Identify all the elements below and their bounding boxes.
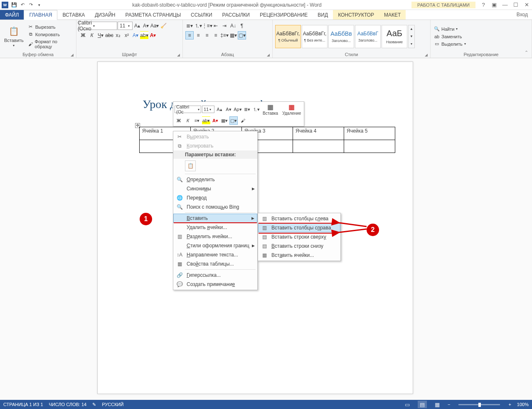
tab-constructor[interactable]: КОНСТРУКТОР [333, 10, 379, 20]
mini-shading-icon[interactable]: ▦▾ [220, 116, 229, 125]
mini-fontcolor-icon[interactable]: A▾ [211, 116, 219, 125]
mini-bold-icon[interactable]: Ж [175, 116, 183, 125]
tab-design[interactable]: ДИЗАЙН [90, 10, 120, 20]
zoom-out-icon[interactable]: − [448, 402, 450, 407]
sub-cols-right[interactable]: ▥Вставить столбцы справа [258, 223, 340, 232]
align-center-icon[interactable]: ≡ [194, 31, 202, 39]
align-left-icon[interactable]: ≡ [185, 31, 194, 39]
show-marks-icon[interactable]: ¶ [238, 22, 246, 30]
sub-rows-above[interactable]: ▤Вставить строки сверху [258, 232, 340, 241]
style-heading2[interactable]: АаБбВвГЗаголово... [355, 25, 381, 48]
cut-button[interactable]: ✂Вырезать [27, 24, 74, 30]
style-down-icon[interactable]: ▼ [409, 33, 414, 40]
clear-format-icon[interactable]: 🧹 [159, 22, 167, 30]
paste-button[interactable]: 📋 Вставить ▾ [2, 25, 25, 48]
undo-icon[interactable]: ↶ [19, 2, 26, 8]
ctx-define[interactable]: 🔍Определить [173, 175, 257, 184]
subscript-icon[interactable]: x₂ [114, 31, 122, 39]
select-button[interactable]: ▭Выделить ▾ [433, 41, 467, 47]
multilevel-icon[interactable]: ⋮≡▾ [203, 22, 211, 30]
ctx-synonyms[interactable]: Синонимы▶ [173, 184, 257, 193]
ribbon-options-icon[interactable]: ▣ [490, 1, 498, 9]
ctx-border-styles[interactable]: Стили оформления границ▶ [173, 241, 257, 250]
underline-icon[interactable]: Ч▾ [96, 31, 105, 39]
mini-font-combo[interactable]: Calibri (Ос▾ [175, 106, 201, 113]
status-words[interactable]: ЧИСЛО СЛОВ: 14 [49, 402, 87, 407]
mini-borders-icon[interactable]: ▢▾ [229, 116, 238, 125]
status-proofing-icon[interactable]: ✎ [92, 402, 96, 407]
sub-cells[interactable]: ▦Вставить ячейки... [258, 251, 340, 260]
maximize-icon[interactable]: ☐ [512, 1, 520, 9]
mini-bullets-icon[interactable]: ≣▾ [243, 105, 251, 113]
mini-size-combo[interactable]: 11▾ [202, 106, 214, 113]
sub-rows-below[interactable]: ▤Вставить строки снизу [258, 241, 340, 251]
mini-shrink-icon[interactable]: A▾ [224, 105, 233, 113]
superscript-icon[interactable]: x² [123, 31, 131, 39]
tab-insert[interactable]: ВСТАВКА [57, 10, 90, 20]
sub-cols-left[interactable]: ▥Вставить столбцы слева [258, 214, 340, 223]
ctx-text-direction[interactable]: ↕AНаправление текста... [173, 250, 257, 259]
paste-keep-source-icon[interactable]: 📋 [185, 160, 196, 171]
format-painter-button[interactable]: 🖌Формат по образцу [27, 39, 74, 49]
table-cell[interactable]: Ячейка 5 [344, 127, 395, 140]
view-read-icon[interactable]: ▭ [403, 401, 412, 408]
minimize-icon[interactable]: ― [501, 1, 509, 9]
style-no-spacing[interactable]: АаБбВвГг,¶ Без инте... [302, 25, 328, 48]
font-size-combo[interactable]: 11▾ [118, 22, 133, 30]
status-page[interactable]: СТРАНИЦА 1 ИЗ 1 [3, 402, 43, 407]
find-button[interactable]: 🔍Найти ▾ [433, 26, 467, 32]
mini-numbering-icon[interactable]: ⒈▾ [252, 105, 260, 113]
sort-icon[interactable]: A↓ [229, 22, 237, 30]
launcher-icon[interactable]: ◢ [425, 53, 428, 57]
mini-italic-icon[interactable]: К [184, 116, 192, 125]
borders-icon[interactable]: ▢▾ [238, 31, 246, 39]
tab-page-layout[interactable]: РАЗМЕТКА СТРАНИЦЫ [121, 10, 186, 20]
save-icon[interactable]: 💾 [11, 2, 17, 8]
replace-button[interactable]: abЗаменить [433, 33, 467, 40]
ctx-bing[interactable]: 🔍Поиск с помощью Bing [173, 202, 257, 212]
mini-delete-button[interactable]: ▦Удаление [281, 103, 303, 116]
launcher-icon[interactable]: ◢ [71, 53, 74, 57]
view-print-icon[interactable]: ▤ [418, 401, 427, 408]
close-icon[interactable]: ✕ [523, 1, 530, 9]
table-cell[interactable] [293, 140, 344, 153]
qat-menu-icon[interactable]: ▾ [36, 2, 42, 8]
table-cell[interactable] [344, 140, 395, 153]
mini-grow-icon[interactable]: A▴ [215, 105, 224, 113]
style-normal[interactable]: АаБбВвГг,¶ Обычный [275, 25, 301, 48]
style-heading1[interactable]: АаБбВвЗаголово... [328, 25, 354, 48]
justify-icon[interactable]: ≡ [212, 31, 220, 39]
mini-painter-icon[interactable]: 🖌 [239, 116, 247, 125]
launcher-icon[interactable]: ◢ [177, 53, 180, 57]
redo-icon[interactable]: ↷ [27, 2, 34, 8]
font-color-icon[interactable]: A▾ [149, 31, 157, 39]
line-spacing-icon[interactable]: ‡≡▾ [220, 31, 229, 39]
mini-insert-button[interactable]: ▦Вставка [261, 103, 280, 116]
mini-highlight-icon[interactable]: ab▾ [202, 116, 210, 125]
decrease-indent-icon[interactable]: ⇤ [212, 22, 220, 30]
tab-home[interactable]: ГЛАВНАЯ [24, 10, 57, 20]
numbering-icon[interactable]: ⒈▾ [194, 22, 202, 30]
styles-gallery[interactable]: АаБбВвГг,¶ Обычный АаБбВвГг,¶ Без инте..… [275, 25, 415, 48]
ctx-split-cells[interactable]: ▥Разделить ячейки... [173, 232, 257, 241]
italic-icon[interactable]: К [88, 31, 96, 39]
zoom-in-icon[interactable]: + [508, 402, 511, 407]
ctx-cut[interactable]: ✂Вырезать [173, 132, 257, 141]
strike-icon[interactable]: abc [105, 31, 113, 39]
ctx-copy[interactable]: ⧉Копировать [173, 141, 257, 150]
tab-review[interactable]: РЕЦЕНЗИРОВАНИЕ [255, 10, 313, 20]
launcher-icon[interactable]: ◢ [267, 53, 270, 57]
font-name-combo[interactable]: Calibri (Осно▾ [79, 22, 117, 30]
status-language[interactable]: РУССКИЙ [102, 402, 123, 407]
ctx-hyperlink[interactable]: 🔗Гиперссылка... [173, 271, 257, 280]
bullets-icon[interactable]: ≣▾ [185, 22, 194, 30]
zoom-slider[interactable] [458, 404, 500, 405]
style-more-icon[interactable]: ▾ [409, 40, 414, 48]
tab-file[interactable]: ФАЙЛ [0, 10, 24, 20]
highlight-icon[interactable]: ab▾ [140, 31, 148, 39]
change-case-icon[interactable]: Aa▾ [150, 22, 159, 30]
increase-indent-icon[interactable]: ⇥ [220, 22, 229, 30]
tab-mailings[interactable]: РАССЫЛКИ [217, 10, 255, 20]
login-link[interactable]: Вход [512, 10, 532, 20]
style-up-icon[interactable]: ▲ [409, 25, 414, 33]
